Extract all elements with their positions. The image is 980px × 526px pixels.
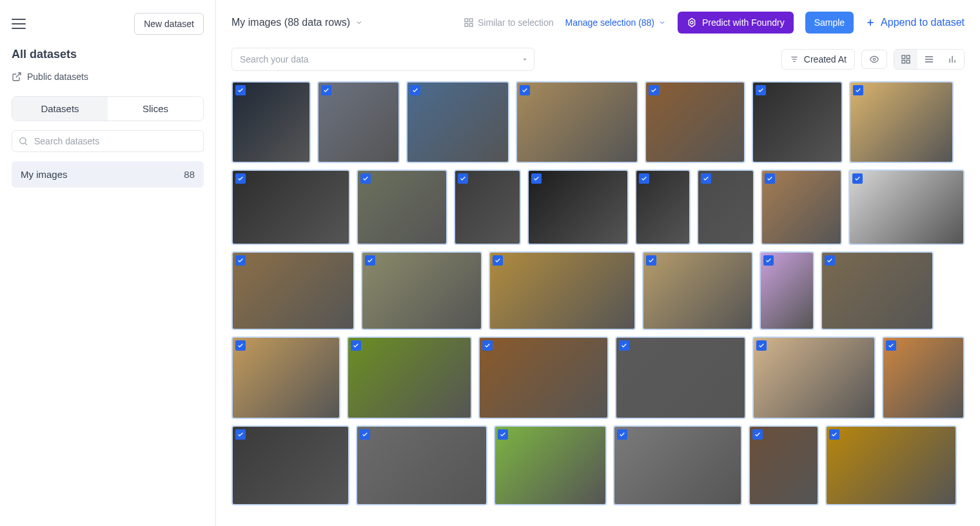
checkbox-checked-icon[interactable] (852, 173, 863, 184)
image-thumbnail[interactable] (231, 81, 311, 163)
image-thumbnail[interactable] (761, 170, 842, 245)
image-thumbnail[interactable] (361, 251, 482, 330)
checkbox-checked-icon[interactable] (235, 85, 246, 95)
image-thumbnail[interactable] (642, 251, 753, 330)
checkbox-checked-icon[interactable] (360, 429, 370, 440)
sample-button[interactable]: Sample (805, 12, 854, 34)
image-thumbnail[interactable] (821, 251, 934, 330)
chart-view-button[interactable] (941, 50, 964, 69)
checkbox-checked-icon[interactable] (765, 173, 775, 184)
checkbox-checked-icon[interactable] (365, 255, 375, 266)
new-dataset-button[interactable]: New dataset (134, 13, 204, 35)
checkbox-checked-icon[interactable] (531, 173, 542, 184)
checkbox-checked-icon[interactable] (410, 85, 420, 95)
checkbox-checked-icon[interactable] (617, 429, 627, 440)
tab-datasets[interactable]: Datasets (12, 97, 108, 121)
checkbox-checked-icon[interactable] (829, 429, 839, 440)
image-thumbnail[interactable] (697, 170, 754, 245)
checkbox-checked-icon[interactable] (458, 173, 468, 184)
dataset-title-dropdown[interactable]: My images (88 data rows) (231, 17, 363, 28)
checkbox-checked-icon[interactable] (756, 85, 766, 95)
svg-rect-5 (465, 23, 468, 26)
svg-line-2 (25, 143, 27, 145)
svg-marker-7 (689, 18, 694, 26)
menu-icon[interactable] (12, 19, 26, 29)
chart-icon (947, 54, 957, 64)
image-thumbnail[interactable] (882, 336, 965, 419)
dataset-row-my-images[interactable]: My images 88 (12, 161, 204, 188)
checkbox-checked-icon[interactable] (619, 340, 629, 351)
append-label: Append to dataset (881, 17, 965, 28)
checkbox-checked-icon[interactable] (235, 429, 246, 440)
image-thumbnail[interactable] (635, 170, 690, 245)
checkbox-checked-icon[interactable] (756, 340, 767, 351)
image-thumbnail[interactable] (752, 336, 876, 419)
image-thumbnail[interactable] (347, 336, 472, 419)
grid-view-button[interactable] (894, 50, 917, 69)
all-datasets-heading: All datasets (12, 48, 204, 61)
visibility-toggle-button[interactable] (861, 50, 887, 69)
list-view-button[interactable] (917, 50, 941, 69)
checkbox-checked-icon[interactable] (520, 85, 530, 95)
image-thumbnail[interactable] (760, 251, 814, 330)
checkbox-checked-icon[interactable] (639, 173, 649, 184)
image-thumbnail[interactable] (454, 170, 521, 245)
image-thumbnail[interactable] (516, 81, 638, 163)
checkbox-checked-icon[interactable] (235, 173, 246, 184)
predict-with-foundry-button[interactable]: Predict with Foundry (678, 12, 794, 34)
sort-dropdown[interactable]: Created At (781, 49, 855, 70)
image-thumbnail[interactable] (527, 170, 629, 245)
image-thumbnail[interactable] (231, 251, 355, 330)
search-icon (18, 136, 28, 146)
checkbox-checked-icon[interactable] (360, 173, 371, 184)
dataset-row-count: 88 (184, 169, 195, 180)
checkbox-checked-icon[interactable] (351, 340, 361, 351)
image-thumbnail[interactable] (615, 336, 746, 419)
image-thumbnail[interactable] (231, 170, 350, 245)
image-thumbnail[interactable] (317, 81, 400, 163)
image-grid (231, 81, 965, 525)
sort-label: Created At (804, 54, 847, 64)
tab-slices[interactable]: Slices (108, 97, 203, 121)
checkbox-checked-icon[interactable] (763, 255, 774, 266)
checkbox-checked-icon[interactable] (482, 340, 493, 351)
image-thumbnail[interactable] (357, 170, 447, 245)
image-thumbnail[interactable] (356, 425, 487, 505)
checkbox-checked-icon[interactable] (498, 429, 508, 440)
checkbox-checked-icon[interactable] (886, 340, 896, 351)
image-thumbnail[interactable] (825, 425, 957, 505)
search-datasets-input[interactable] (12, 130, 204, 152)
image-thumbnail[interactable] (645, 81, 745, 163)
image-thumbnail[interactable] (849, 81, 954, 163)
public-datasets-link[interactable]: Public datasets (12, 72, 204, 82)
image-thumbnail[interactable] (494, 425, 607, 505)
search-data-input[interactable] (231, 48, 534, 71)
checkbox-checked-icon[interactable] (752, 429, 763, 440)
image-thumbnail[interactable] (231, 336, 340, 419)
caret-down-icon[interactable] (522, 56, 528, 63)
checkbox-checked-icon[interactable] (235, 255, 246, 266)
image-thumbnail[interactable] (406, 81, 509, 163)
similar-to-selection-button: Similar to selection (464, 17, 554, 28)
svg-rect-6 (469, 23, 473, 26)
manage-selection-dropdown[interactable]: Manage selection (88) (565, 17, 667, 28)
checkbox-checked-icon[interactable] (235, 340, 246, 351)
predict-label: Predict with Foundry (702, 17, 785, 28)
image-thumbnail[interactable] (489, 251, 636, 330)
checkbox-checked-icon[interactable] (825, 255, 835, 266)
checkbox-checked-icon[interactable] (646, 255, 656, 266)
append-to-dataset-button[interactable]: Append to dataset (865, 17, 965, 28)
checkbox-checked-icon[interactable] (493, 255, 503, 266)
image-thumbnail[interactable] (749, 425, 819, 505)
image-thumbnail[interactable] (848, 170, 965, 245)
image-thumbnail[interactable] (478, 336, 609, 419)
checkbox-checked-icon[interactable] (649, 85, 659, 95)
checkbox-checked-icon[interactable] (701, 173, 711, 184)
dataset-row-name: My images (21, 169, 68, 180)
image-thumbnail[interactable] (231, 425, 349, 505)
chevron-down-icon (355, 19, 363, 26)
checkbox-checked-icon[interactable] (321, 85, 331, 95)
image-thumbnail[interactable] (613, 425, 742, 505)
checkbox-checked-icon[interactable] (853, 85, 863, 95)
image-thumbnail[interactable] (752, 81, 843, 163)
